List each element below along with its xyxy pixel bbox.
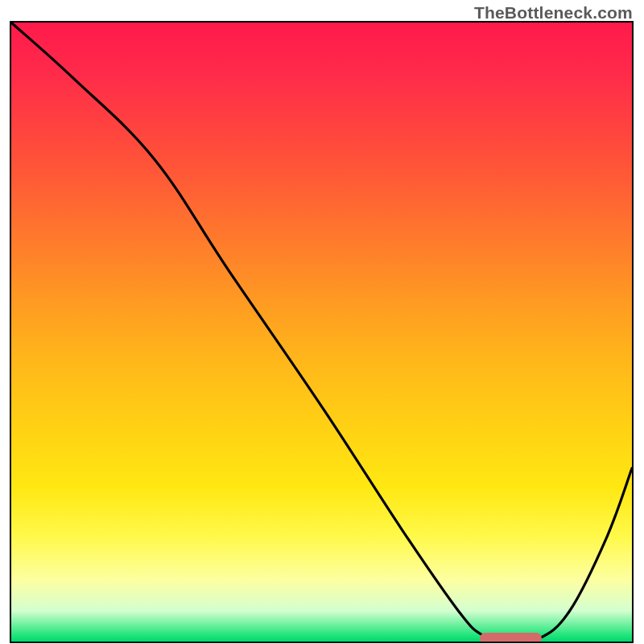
bottleneck-curve [11,23,632,642]
optimal-range-marker [480,633,542,643]
attribution-text: TheBottleneck.com [474,3,633,23]
chart-frame [10,21,634,643]
